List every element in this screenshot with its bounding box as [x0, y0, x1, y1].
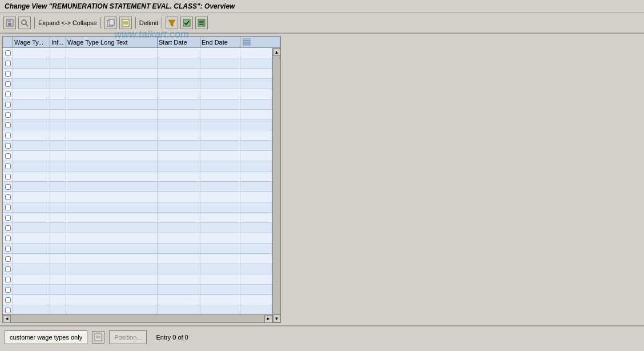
row-checkbox-input[interactable]: [5, 184, 11, 190]
row-checkbox[interactable]: [3, 223, 13, 233]
table-row[interactable]: [3, 48, 280, 58]
table-row[interactable]: [3, 192, 280, 202]
table-row[interactable]: [3, 79, 280, 89]
table-row[interactable]: [3, 233, 280, 244]
row-checkbox[interactable]: [3, 161, 13, 171]
export-button[interactable]: [119, 17, 132, 29]
scroll-track[interactable]: [273, 56, 281, 314]
row-checkbox-input[interactable]: [5, 143, 11, 149]
row-checkbox-input[interactable]: [5, 71, 11, 77]
row-checkbox-input[interactable]: [5, 215, 11, 221]
row-checkbox[interactable]: [3, 182, 13, 192]
row-checkbox-input[interactable]: [5, 91, 11, 97]
row-checkbox[interactable]: [3, 120, 13, 130]
row-checkbox[interactable]: [3, 99, 13, 109]
row-checkbox[interactable]: [3, 213, 13, 222]
row-checkbox-input[interactable]: [5, 287, 11, 293]
table-row[interactable]: [3, 151, 280, 161]
row-checkbox[interactable]: [3, 254, 13, 264]
scroll-right-button[interactable]: ►: [264, 315, 272, 323]
vertical-scrollbar[interactable]: ▲ ▼: [272, 48, 280, 322]
copy-button[interactable]: [104, 17, 117, 29]
table-row[interactable]: [3, 202, 280, 213]
table-row[interactable]: [3, 171, 280, 182]
table-row[interactable]: [3, 130, 280, 141]
row-checkbox[interactable]: [3, 244, 13, 253]
row-checkbox[interactable]: [3, 69, 13, 78]
row-checkbox[interactable]: [3, 274, 13, 284]
table-row[interactable]: [3, 141, 280, 151]
row-checkbox-input[interactable]: [5, 236, 11, 241]
table-row[interactable]: [3, 264, 280, 274]
row-checkbox[interactable]: [3, 58, 13, 68]
row-checkbox[interactable]: [3, 295, 13, 305]
table-row[interactable]: [3, 295, 280, 305]
header-wagetype[interactable]: Wage Ty...: [13, 37, 50, 47]
scroll-up-button[interactable]: ▲: [273, 48, 281, 56]
delimit-label[interactable]: Delimit: [139, 19, 159, 26]
row-checkbox-input[interactable]: [5, 153, 11, 159]
row-checkbox[interactable]: [3, 79, 13, 89]
filter3-button[interactable]: [195, 17, 208, 29]
header-inf[interactable]: Inf...: [50, 37, 66, 47]
row-checkbox[interactable]: [3, 130, 13, 140]
header-startdate[interactable]: Start Date: [158, 37, 200, 47]
scroll-down-button[interactable]: ▼: [273, 314, 281, 322]
table-row[interactable]: [3, 213, 280, 223]
table-row[interactable]: [3, 223, 280, 233]
position-button[interactable]: Position...: [109, 330, 147, 344]
row-checkbox-input[interactable]: [5, 133, 11, 138]
table-row[interactable]: [3, 274, 280, 285]
row-checkbox[interactable]: [3, 151, 13, 161]
scroll-left-button[interactable]: ◄: [3, 315, 11, 323]
row-checkbox-input[interactable]: [5, 122, 11, 128]
save-button[interactable]: [3, 17, 16, 29]
row-checkbox-input[interactable]: [5, 112, 11, 118]
table-row[interactable]: [3, 161, 280, 171]
row-checkbox-input[interactable]: [5, 246, 11, 252]
row-checkbox-input[interactable]: [5, 308, 11, 313]
row-checkbox-input[interactable]: [5, 163, 11, 169]
row-checkbox[interactable]: [3, 305, 13, 315]
row-checkbox[interactable]: [3, 141, 13, 150]
customer-wage-types-button[interactable]: customer wage types only: [5, 330, 87, 344]
header-settings-icon[interactable]: [240, 37, 253, 47]
row-checkbox-input[interactable]: [5, 205, 11, 210]
filter2-button[interactable]: [180, 17, 193, 29]
table-row[interactable]: [3, 120, 280, 130]
h-scroll-track[interactable]: [11, 315, 264, 323]
table-row[interactable]: [3, 182, 280, 192]
header-enddate[interactable]: End Date: [200, 37, 240, 47]
table-row[interactable]: [3, 285, 280, 295]
row-checkbox-input[interactable]: [5, 81, 11, 87]
row-checkbox[interactable]: [3, 171, 13, 181]
table-row[interactable]: [3, 99, 280, 110]
row-checkbox[interactable]: [3, 48, 13, 58]
table-row[interactable]: [3, 254, 280, 264]
table-row[interactable]: [3, 58, 280, 69]
find-button[interactable]: [18, 17, 31, 29]
row-checkbox-input[interactable]: [5, 266, 11, 272]
row-checkbox-input[interactable]: [5, 50, 11, 56]
row-checkbox[interactable]: [3, 192, 13, 202]
row-checkbox[interactable]: [3, 285, 13, 294]
row-checkbox-input[interactable]: [5, 297, 11, 303]
row-checkbox-input[interactable]: [5, 256, 11, 262]
row-checkbox[interactable]: [3, 202, 13, 212]
table-row[interactable]: [3, 69, 280, 79]
row-checkbox-input[interactable]: [5, 194, 11, 200]
row-checkbox[interactable]: [3, 110, 13, 119]
row-checkbox[interactable]: [3, 264, 13, 274]
table-row[interactable]: [3, 89, 280, 99]
table-row[interactable]: [3, 244, 280, 254]
row-checkbox-input[interactable]: [5, 61, 11, 66]
row-checkbox[interactable]: [3, 89, 13, 99]
table-row[interactable]: [3, 110, 280, 120]
filter1-button[interactable]: [166, 17, 178, 29]
row-checkbox-input[interactable]: [5, 102, 11, 107]
header-longtext[interactable]: Wage Type Long Text: [66, 37, 158, 47]
row-checkbox-input[interactable]: [5, 277, 11, 282]
row-checkbox-input[interactable]: [5, 174, 11, 180]
expand-collapse-label[interactable]: Expand <-> Collapse: [38, 19, 97, 26]
row-checkbox[interactable]: [3, 233, 13, 243]
